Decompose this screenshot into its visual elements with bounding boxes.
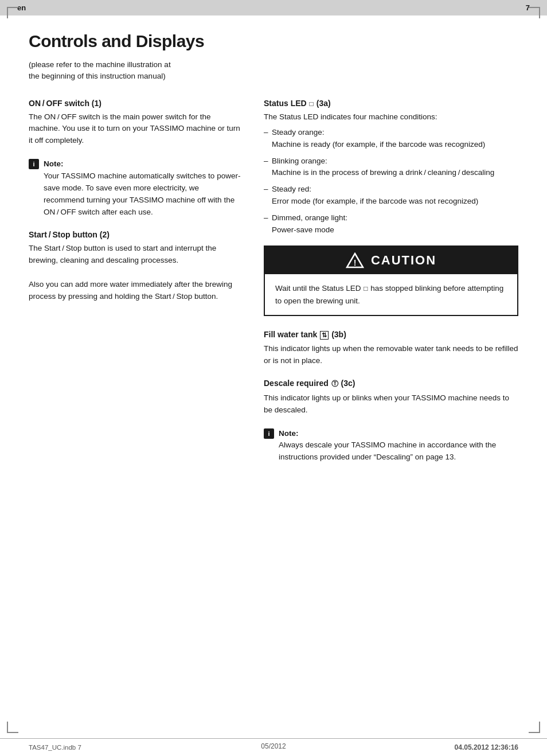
note-descale-content: Note: Always descale your TASSIMO machin… bbox=[279, 428, 518, 464]
note-power-save-content: Note: Your TASSIMO machine automatically… bbox=[44, 158, 241, 219]
descale-required-body: This indicator lights up or blinks when … bbox=[264, 392, 518, 416]
column-right: Status LED □ (3a) The Status LED indicat… bbox=[264, 99, 518, 476]
caution-led-icon: □ bbox=[364, 283, 368, 294]
caution-triangle-icon: ! bbox=[346, 252, 364, 268]
column-left: ON / OFF switch (1) The ON / OFF switch … bbox=[29, 99, 241, 476]
status-led-list: Steady orange: Machine is ready (for exa… bbox=[264, 127, 518, 236]
start-stop-body: The Start / Stop button is used to start… bbox=[29, 243, 241, 303]
caution-triangle-svg: ! bbox=[346, 252, 364, 268]
footer-date-info: 04.05.2012 12:36:16 bbox=[455, 743, 518, 751]
section-on-off-switch: ON / OFF switch (1) The ON / OFF switch … bbox=[29, 99, 241, 147]
page-title: Controls and Displays bbox=[29, 32, 518, 51]
corner-mark-tl bbox=[7, 7, 18, 18]
caution-box: ! CAUTION Wait until the Status LED □ ha… bbox=[264, 245, 518, 316]
section-descale-required: Descale required Ⓣ (3c) This indicator l… bbox=[264, 379, 518, 416]
corner-mark-tr bbox=[529, 7, 540, 18]
caution-body: Wait until the Status LED □ has stopped … bbox=[265, 274, 517, 315]
footer-file-info: TAS47_UC.indb 7 bbox=[29, 744, 81, 751]
led-icon: □ bbox=[310, 100, 314, 108]
list-item-steady-red: Steady red: Error mode (for example, if … bbox=[264, 184, 518, 208]
two-column-layout: ON / OFF switch (1) The ON / OFF switch … bbox=[29, 99, 518, 476]
note-label: Note: bbox=[44, 159, 64, 168]
water-tank-icon: ⇅ bbox=[320, 331, 329, 340]
blinking-orange-detail: Machine is in the process of brewing a d… bbox=[272, 167, 518, 179]
header-lang: en bbox=[17, 3, 26, 12]
subtitle: (please refer to the machine illustratio… bbox=[29, 59, 518, 83]
descale-icon: Ⓣ bbox=[331, 379, 338, 389]
on-off-switch-body: The ON / OFF switch is the main power sw… bbox=[29, 111, 241, 147]
fill-water-tank-body: This indicator lights up when the remova… bbox=[264, 343, 518, 367]
note-descale: i Note: Always descale your TASSIMO mach… bbox=[264, 428, 518, 464]
header-bar: en 7 bbox=[0, 0, 547, 15]
note-descale-icon: i bbox=[264, 428, 274, 439]
section-fill-water-tank: Fill water tank ⇅ (3b) This indicator li… bbox=[264, 330, 518, 367]
note-icon: i bbox=[29, 159, 39, 169]
steady-red-detail: Error mode (for example, if the barcode … bbox=[272, 196, 518, 208]
steady-orange-detail: Machine is ready (for example, if the ba… bbox=[272, 139, 518, 151]
start-stop-title: Start / Stop button (2) bbox=[29, 230, 241, 239]
fill-water-tank-title: Fill water tank ⇅ (3b) bbox=[264, 330, 518, 340]
list-item-dimmed: Dimmed, orange light: Power-save mode bbox=[264, 212, 518, 236]
note-descale-label: Note: bbox=[279, 429, 299, 438]
section-start-stop: Start / Stop button (2) The Start / Stop… bbox=[29, 230, 241, 303]
corner-mark-bl bbox=[7, 722, 18, 733]
dimmed-detail: Power-save mode bbox=[272, 224, 518, 236]
descale-required-title: Descale required Ⓣ (3c) bbox=[264, 379, 518, 389]
footer-date-label: 05/2012 bbox=[261, 742, 286, 750]
corner-mark-br bbox=[529, 722, 540, 733]
content-area: Controls and Displays (please refer to t… bbox=[0, 32, 547, 521]
footer-date-center: 05/2012 bbox=[261, 742, 286, 750]
caution-header: ! CAUTION bbox=[265, 247, 517, 274]
svg-text:!: ! bbox=[354, 258, 357, 267]
status-led-title: Status LED □ (3a) bbox=[264, 99, 518, 108]
list-item-blinking-orange: Blinking orange: Machine is in the proce… bbox=[264, 155, 518, 180]
list-item-steady-orange: Steady orange: Machine is ready (for exa… bbox=[264, 127, 518, 151]
caution-title-text: CAUTION bbox=[371, 253, 436, 268]
status-led-intro: The Status LED indicates four machine co… bbox=[264, 111, 518, 123]
on-off-switch-title: ON / OFF switch (1) bbox=[29, 99, 241, 108]
note-power-save: i Note: Your TASSIMO machine automatical… bbox=[29, 158, 241, 219]
section-status-led: Status LED □ (3a) The Status LED indicat… bbox=[264, 99, 518, 237]
page-wrapper: en 7 Controls and Displays (please refer… bbox=[0, 0, 547, 756]
